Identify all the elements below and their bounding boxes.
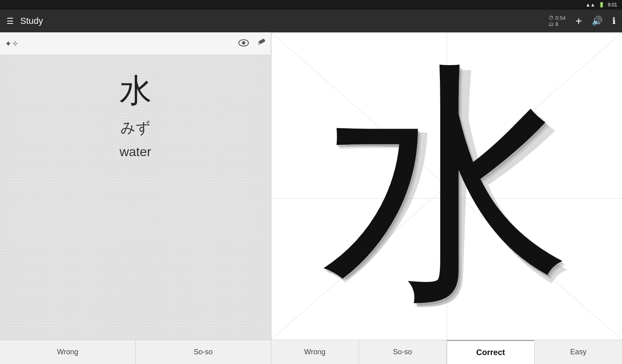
eye-icon[interactable] (238, 38, 249, 49)
timer-value: 0:54 (555, 15, 565, 21)
wand-icon[interactable]: ✦✧ (5, 39, 19, 49)
wifi-status: ▲▲ (586, 2, 595, 8)
battery-status: 🔋 (599, 2, 605, 8)
volume-button[interactable]: 🔊 (592, 16, 603, 26)
right-bottom-buttons: Wrong So-so Correct Easy (271, 340, 622, 364)
card-count-icon: 🗂 (548, 21, 554, 27)
kanji-character: 水 (119, 71, 152, 110)
kanji-meaning: water (119, 144, 151, 159)
soso-right-button[interactable]: So-so (359, 340, 447, 364)
kanji-drawing-area: 水 水 (271, 32, 622, 340)
card-content: 水 みず water (0, 55, 271, 340)
wrong-right-button[interactable]: Wrong (271, 340, 359, 364)
correct-button[interactable]: Correct (447, 340, 535, 364)
main-layout: ✦✧ 水 (0, 32, 622, 364)
svg-point-1 (242, 41, 245, 44)
timer-info: ⏱ 0:54 🗂 8 (548, 15, 565, 27)
status-bar: ▲▲ 🔋 9:01 (0, 0, 622, 10)
kanji-large-display: 水 (321, 61, 572, 311)
card-count: 8 (555, 21, 558, 27)
timer-icon: ⏱ (548, 15, 554, 21)
app-toolbar: ☰ Study ⏱ 0:54 🗂 8 + 🔊 ℹ (0, 10, 622, 32)
add-button[interactable]: + (575, 15, 582, 28)
right-panel[interactable]: 水 水 Wrong So-so Correct Easy (271, 32, 622, 364)
soso-button[interactable]: So-so (136, 340, 271, 364)
left-toolbar: ✦✧ (0, 32, 271, 55)
eraser-icon[interactable] (257, 38, 266, 49)
easy-button[interactable]: Easy (535, 340, 622, 364)
left-toolbar-right (238, 38, 266, 49)
info-button[interactable]: ℹ (612, 16, 616, 26)
app-title: Study (20, 16, 542, 26)
menu-icon[interactable]: ☰ (6, 16, 14, 26)
wrong-button[interactable]: Wrong (0, 340, 136, 364)
toolbar-actions: + 🔊 ℹ (575, 15, 616, 28)
left-panel: ✦✧ 水 (0, 32, 271, 364)
kanji-reading: みず (121, 118, 151, 138)
time-display: 9:01 (608, 2, 617, 8)
bottom-buttons: Wrong So-so (0, 340, 271, 364)
